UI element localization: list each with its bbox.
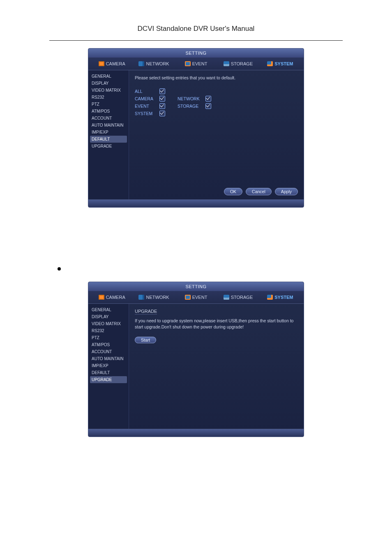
sidebar-item-rs232[interactable]: RS232 <box>88 94 129 101</box>
cancel-button[interactable]: Cancel <box>246 188 272 195</box>
sidebar-item-general[interactable]: GENERAL <box>88 306 129 313</box>
tab-label: NETWORK <box>146 61 169 66</box>
header-rule <box>49 40 343 41</box>
check-storage-label: STORAGE <box>178 104 205 109</box>
tab-event[interactable]: EVENT <box>175 61 217 66</box>
footer-bar <box>88 429 304 437</box>
event-icon <box>185 295 191 300</box>
storage-icon <box>224 295 229 300</box>
figure-default-settings: SETTING CAMERA NETWORK EVENT STORAGE SYS… <box>88 48 304 208</box>
tab-label: SYSTEM <box>274 295 293 300</box>
sidebar-item-default[interactable]: DEFAULT <box>88 369 129 376</box>
upgrade-title: UPGRADE <box>135 309 157 314</box>
sidebar-item-auto-maintain[interactable]: AUTO MAINTAIN <box>88 122 129 129</box>
network-icon <box>138 295 144 300</box>
camera-icon <box>99 295 104 300</box>
top-tabs: CAMERA NETWORK EVENT STORAGE SYSTEM <box>88 291 304 304</box>
sidebar-item-auto-maintain[interactable]: AUTO MAINTAIN <box>88 355 129 362</box>
default-prompt: Please select setting entries that you w… <box>135 75 298 80</box>
bullet-icon <box>58 267 61 271</box>
check-all-label: ALL <box>135 89 159 94</box>
sidebar-item-account[interactable]: ACCOUNT <box>88 115 129 122</box>
tab-event[interactable]: EVENT <box>175 295 217 300</box>
sidebar-item-atmpos[interactable]: ATM/POS <box>88 341 129 348</box>
top-tabs: CAMERA NETWORK EVENT STORAGE SYSTEM <box>88 58 304 70</box>
tab-system[interactable]: SYSTEM <box>259 61 301 66</box>
sidebar-item-display[interactable]: DISPLAY <box>88 80 129 87</box>
start-button[interactable]: Start <box>135 337 156 343</box>
tab-storage[interactable]: STORAGE <box>217 295 259 300</box>
sidebar-item-atmpos[interactable]: ATM/POS <box>88 108 129 115</box>
tab-camera[interactable]: CAMERA <box>91 295 133 300</box>
tab-label: CAMERA <box>106 295 125 300</box>
sidebar: GENERAL DISPLAY VIDEO MATRIX RS232 PTZ A… <box>88 304 129 429</box>
doc-header: DCVI Standalone DVR User's Manual <box>0 25 392 33</box>
sidebar-item-general[interactable]: GENERAL <box>88 73 129 80</box>
check-all[interactable] <box>159 88 165 94</box>
ok-button[interactable]: OK <box>224 188 242 195</box>
check-camera[interactable] <box>159 96 165 102</box>
event-icon <box>185 61 191 66</box>
check-system-label: SYSTEM <box>135 111 159 116</box>
sidebar-item-default[interactable]: DEFAULT <box>90 136 127 143</box>
camera-icon <box>99 61 104 66</box>
tab-label: EVENT <box>192 295 208 300</box>
sidebar-item-video-matrix[interactable]: VIDEO MATRIX <box>88 87 129 94</box>
check-network-label: NETWORK <box>178 96 205 101</box>
system-icon <box>267 61 273 66</box>
sidebar-item-upgrade[interactable]: UPGRADE <box>90 376 127 383</box>
tab-label: NETWORK <box>146 295 169 300</box>
tab-network[interactable]: NETWORK <box>133 61 175 66</box>
check-network[interactable] <box>205 96 211 102</box>
check-event-label: EVENT <box>135 104 159 109</box>
sidebar-item-account[interactable]: ACCOUNT <box>88 348 129 355</box>
sidebar-item-upgrade[interactable]: UPGRADE <box>88 143 129 150</box>
upgrade-text: If you need to upgrade system now,please… <box>135 318 298 330</box>
system-icon <box>267 295 273 300</box>
sidebar-item-ptz[interactable]: PTZ <box>88 101 129 108</box>
window-title: SETTING <box>88 49 304 58</box>
check-camera-label: CAMERA <box>135 96 159 101</box>
check-storage[interactable] <box>205 103 211 109</box>
tab-label: CAMERA <box>106 61 125 66</box>
check-system[interactable] <box>159 111 165 116</box>
tab-label: SYSTEM <box>274 61 293 66</box>
content-default: Please select setting entries that you w… <box>129 70 304 199</box>
sidebar-item-display[interactable]: DISPLAY <box>88 313 129 320</box>
apply-button[interactable]: Apply <box>275 188 298 195</box>
tab-storage[interactable]: STORAGE <box>217 61 259 66</box>
figure-upgrade: SETTING CAMERA NETWORK EVENT STORAGE SYS… <box>88 282 304 437</box>
tab-system[interactable]: SYSTEM <box>259 295 301 300</box>
window-title: SETTING <box>88 282 304 291</box>
check-event[interactable] <box>159 103 165 109</box>
sidebar-item-rs232[interactable]: RS232 <box>88 327 129 334</box>
tab-camera[interactable]: CAMERA <box>91 61 133 66</box>
tab-label: EVENT <box>192 61 208 66</box>
sidebar-item-ptz[interactable]: PTZ <box>88 334 129 341</box>
network-icon <box>138 61 144 66</box>
footer-bar <box>88 199 304 207</box>
sidebar-item-impexp[interactable]: IMP/EXP <box>88 362 129 369</box>
tab-label: STORAGE <box>231 295 253 300</box>
tab-network[interactable]: NETWORK <box>133 295 175 300</box>
sidebar-item-video-matrix[interactable]: VIDEO MATRIX <box>88 320 129 327</box>
storage-icon <box>224 61 229 66</box>
sidebar-item-impexp[interactable]: IMP/EXP <box>88 129 129 136</box>
sidebar: GENERAL DISPLAY VIDEO MATRIX RS232 PTZ A… <box>88 70 129 199</box>
tab-label: STORAGE <box>231 61 253 66</box>
content-upgrade: UPGRADE If you need to upgrade system no… <box>129 304 304 429</box>
